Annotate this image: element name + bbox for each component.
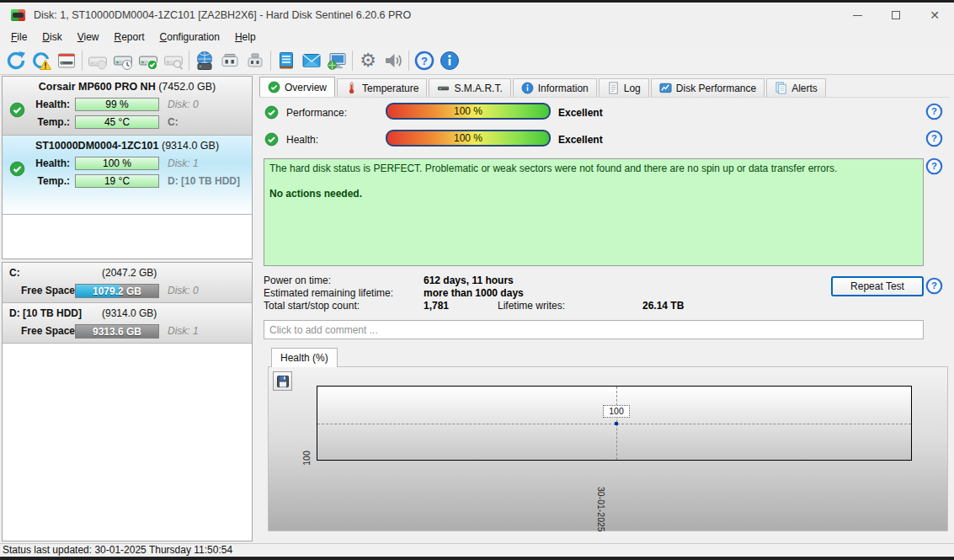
close-button[interactable]: ✕ bbox=[915, 3, 954, 28]
tab-information[interactable]: Information bbox=[513, 78, 597, 97]
disk-disabled-icon[interactable] bbox=[85, 49, 110, 72]
x-axis-tick: 30-01-2025 bbox=[596, 487, 606, 539]
refresh-warning-icon[interactable] bbox=[29, 49, 54, 72]
drive-letter: D: [10 TB HDD] bbox=[168, 175, 240, 187]
help-icon[interactable]: ? bbox=[412, 49, 437, 72]
disk-icon bbox=[437, 82, 450, 94]
tabbar-underline bbox=[259, 97, 950, 98]
svg-text:?: ? bbox=[931, 161, 937, 171]
writes-label: Lifetime writes: bbox=[498, 300, 565, 312]
writes-value: 26.14 TB bbox=[642, 300, 684, 312]
chart-plot-area: 100 bbox=[317, 386, 912, 461]
disk-search-icon[interactable] bbox=[161, 49, 186, 72]
connector-remove-icon[interactable] bbox=[242, 49, 268, 72]
tab-log[interactable]: Log bbox=[599, 78, 649, 97]
menu-view[interactable]: View bbox=[70, 29, 107, 45]
status-last-updated: Status last updated: 30-01-2025 Thursday… bbox=[3, 544, 232, 556]
ok-check-icon bbox=[264, 105, 279, 120]
toolbar-separator bbox=[82, 51, 83, 71]
tab-disk-performance[interactable]: Disk Performance bbox=[651, 78, 765, 97]
startstop-label: Total start/stop count: bbox=[264, 300, 360, 312]
drive-letter: C: bbox=[168, 116, 179, 128]
partition-item-d[interactable]: D: [10 TB HDD] (9314.0 GB) Free Space 93… bbox=[3, 303, 252, 344]
menu-report[interactable]: Report bbox=[107, 29, 152, 45]
green-check-icon bbox=[268, 81, 280, 93]
health-bar: 100 % bbox=[75, 157, 159, 170]
health-rating: Excellent bbox=[558, 134, 603, 146]
connector-add-icon[interactable] bbox=[217, 49, 242, 72]
disk-item-st10000-selected[interactable]: ST10000DM0004-1ZC101 (9314.0 GB) Health:… bbox=[3, 136, 252, 215]
partition-item-c[interactable]: C: (2047.2 GB) Free Space 1079.2 GB Disk… bbox=[3, 263, 252, 303]
lifetime-value: more than 1000 days bbox=[424, 287, 524, 299]
temp-bar: 45 °C bbox=[75, 115, 159, 129]
temp-label: Temp.: bbox=[3, 175, 70, 187]
disk-item-corsair[interactable]: Corsair MP600 PRO NH (7452.0 GB) Health:… bbox=[3, 77, 252, 136]
main-panel: Overview Temperature S.M.A.R.T. Informat… bbox=[259, 76, 950, 543]
minimize-button[interactable] bbox=[838, 3, 877, 28]
toolbar-separator bbox=[408, 51, 409, 71]
free-space-bar: 1079.2 GB bbox=[75, 284, 159, 298]
toolbar-separator bbox=[189, 51, 189, 71]
help-performance-icon[interactable]: ? bbox=[925, 103, 943, 120]
disk-report-icon[interactable] bbox=[54, 49, 79, 72]
status-action-text: No actions needed. bbox=[269, 188, 918, 200]
temp-bar: 19 °C bbox=[75, 174, 159, 188]
performance-row: Performance: 100 % Excellent bbox=[259, 105, 950, 122]
disk-check-icon[interactable] bbox=[136, 49, 161, 72]
health-chart-section: Health (%) 100 100 30-01-2025 bbox=[268, 347, 948, 531]
tab-temperature[interactable]: Temperature bbox=[337, 78, 427, 97]
tab-smart[interactable]: S.M.A.R.T. bbox=[429, 78, 510, 97]
help-repeat-icon[interactable]: ? bbox=[925, 277, 943, 295]
startstop-value: 1,781 bbox=[424, 300, 449, 312]
info-icon[interactable] bbox=[437, 49, 462, 72]
health-bar: 99 % bbox=[75, 98, 159, 111]
menu-help[interactable]: Help bbox=[227, 29, 264, 45]
toolbar-separator bbox=[270, 51, 271, 71]
menu-disk[interactable]: Disk bbox=[35, 29, 69, 45]
partition-capacity: (2047.2 GB) bbox=[102, 267, 157, 279]
chart-icon bbox=[659, 82, 672, 94]
data-point-label: 100 bbox=[603, 405, 630, 418]
close-icon: ✕ bbox=[930, 9, 940, 21]
health-label: Health: bbox=[286, 134, 318, 146]
tab-overview[interactable]: Overview bbox=[259, 77, 335, 97]
statusbar: Status last updated: 30-01-2025 Thursday… bbox=[0, 543, 954, 557]
speaker-icon[interactable] bbox=[381, 49, 406, 72]
menu-file[interactable]: File bbox=[3, 29, 35, 45]
repeat-test-button[interactable]: Repeat Test bbox=[831, 276, 924, 296]
network-pc-icon[interactable] bbox=[324, 49, 349, 72]
notepad-icon[interactable] bbox=[274, 49, 299, 72]
help-health-icon[interactable]: ? bbox=[925, 130, 943, 147]
window-title: Disk: 1, ST10000DM0004-1ZC101 [ZA2BH2X6]… bbox=[34, 9, 411, 21]
tabbar: Overview Temperature S.M.A.R.T. Informat… bbox=[259, 77, 828, 97]
disk-number: Disk: 0 bbox=[168, 285, 199, 296]
titlebar: Disk: 1, ST10000DM0004-1ZC101 [ZA2BH2X6]… bbox=[0, 3, 954, 28]
thermometer-icon bbox=[345, 82, 358, 94]
svg-text:?: ? bbox=[421, 55, 428, 67]
disk-clock-icon[interactable] bbox=[110, 49, 136, 72]
help-status-icon[interactable]: ? bbox=[925, 157, 943, 175]
partition-list: C: (2047.2 GB) Free Space 1079.2 GB Disk… bbox=[2, 262, 253, 541]
save-chart-button[interactable] bbox=[273, 371, 292, 391]
tab-alerts[interactable]: Alerts bbox=[766, 78, 826, 97]
health-row: Health: 100 % Excellent bbox=[259, 132, 950, 149]
comment-input[interactable] bbox=[264, 320, 924, 339]
svg-text:?: ? bbox=[931, 106, 937, 116]
power-on-label: Power on time: bbox=[264, 275, 331, 286]
free-space-bar: 9313.6 GB bbox=[75, 324, 159, 339]
toolbar-separator bbox=[352, 51, 353, 71]
gear-icon[interactable]: ⚙ bbox=[355, 49, 381, 72]
status-text: The hard disk status is PERFECT. Problem… bbox=[269, 163, 918, 175]
mail-icon[interactable] bbox=[299, 49, 324, 72]
free-space-label: Free Space bbox=[21, 285, 75, 296]
free-space-label: Free Space bbox=[21, 325, 75, 337]
temp-label: Temp.: bbox=[3, 116, 70, 128]
toolbar: ⚙ ? bbox=[0, 46, 954, 75]
menu-configuration[interactable]: Configuration bbox=[152, 29, 227, 45]
floppy-save-icon bbox=[276, 375, 290, 388]
pages-icon bbox=[775, 82, 787, 94]
refresh-icon[interactable] bbox=[3, 49, 29, 72]
network-disk-icon[interactable] bbox=[192, 49, 217, 72]
chart-tab-health[interactable]: Health (%) bbox=[271, 348, 338, 367]
maximize-button[interactable] bbox=[877, 3, 915, 28]
